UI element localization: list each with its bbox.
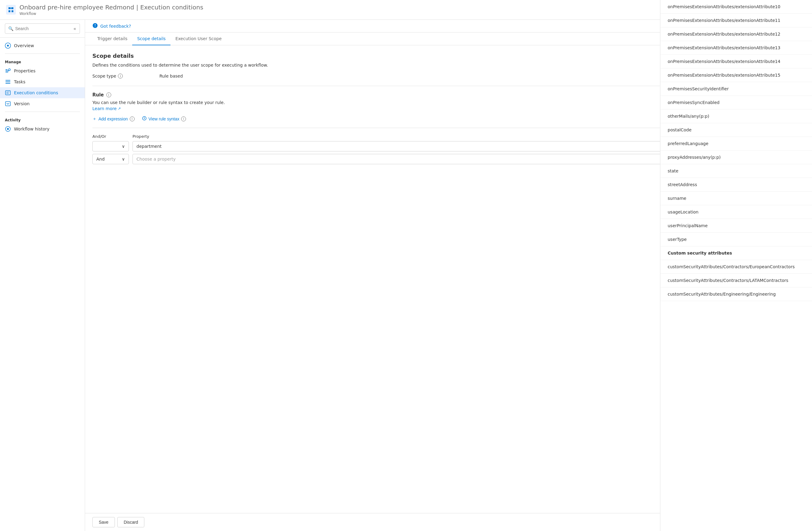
workflow-name: Onboard pre-hire employee Redmond (19, 4, 134, 11)
dropdown-item[interactable]: customSecurityAttributes/Contractors/Eur… (661, 260, 812, 274)
manage-divider (5, 54, 80, 54)
svg-rect-9 (5, 80, 10, 81)
sidebar-item-version[interactable]: Version (0, 98, 85, 109)
scope-type-label: Scope type i (92, 74, 123, 79)
andor-dropdown-2[interactable]: And ∨ (92, 154, 129, 164)
svg-rect-11 (5, 83, 10, 84)
sidebar-item-workflow-history-label: Workflow history (14, 126, 49, 131)
view-rule-syntax-button[interactable]: View rule syntax i (142, 116, 186, 122)
save-button[interactable]: Save (92, 517, 115, 527)
svg-point-15 (7, 128, 9, 130)
dropdown-item[interactable]: surname (661, 192, 812, 205)
dropdown-item[interactable]: onPremisesSecurity­Identifier (661, 82, 812, 96)
sidebar-nav: Overview Manage Properties Tasks (0, 38, 85, 531)
column-andor-header: And/Or (92, 134, 129, 139)
dropdown-item[interactable]: onPremisesExtensionAttributes/extensionA… (661, 27, 812, 41)
sidebar-item-version-label: Version (14, 101, 29, 106)
feedback-icon (92, 23, 98, 29)
dropdown-item[interactable]: state (661, 164, 812, 178)
add-expression-info-icon[interactable]: i (130, 116, 135, 121)
andor-dropdown-1-arrow: ∨ (122, 144, 125, 149)
workflow-history-icon (5, 126, 11, 132)
sidebar-item-workflow-history[interactable]: Workflow history (0, 124, 85, 135)
property-dropdown-panel: onPremisesExtensionAttributes/extensionA… (660, 0, 812, 531)
sidebar-item-execution-conditions-label: Execution conditions (14, 90, 58, 95)
tab-scope-details[interactable]: Scope details (132, 32, 171, 45)
version-icon (5, 101, 11, 107)
sidebar-item-tasks-label: Tasks (14, 79, 26, 84)
page-section: Execution conditions (140, 4, 203, 11)
search-icon: 🔍 (8, 26, 13, 31)
dropdown-item[interactable]: userType (661, 233, 812, 246)
dropdown-item[interactable]: onPremisesExtensionAttributes/extensionA… (661, 41, 812, 55)
dropdown-section-header: Custom security attributes (661, 246, 812, 260)
dropdown-item[interactable]: onPremisesExtensionAttributes/extensionA… (661, 14, 812, 27)
dropdown-item[interactable]: postalCode (661, 123, 812, 137)
dropdown-item[interactable]: otherMails/any(p:p) (661, 110, 812, 123)
svg-point-8 (9, 69, 10, 71)
scope-type-info-icon[interactable]: i (118, 74, 123, 79)
dropdown-item[interactable]: onPremisesExtensionAttributes/extensionA… (661, 0, 812, 14)
dropdown-item[interactable]: onPremisesSyncEnabled (661, 96, 812, 110)
activity-divider (5, 112, 80, 112)
dropdown-item[interactable]: streetAddress (661, 178, 812, 192)
execution-conditions-icon (5, 90, 11, 96)
sidebar-item-overview[interactable]: Overview (0, 40, 85, 51)
sidebar-item-tasks[interactable]: Tasks (0, 76, 85, 87)
tab-trigger-details[interactable]: Trigger details (92, 32, 132, 45)
search-input[interactable] (15, 26, 73, 31)
dropdown-item[interactable]: onPremisesExtensionAttributes/extensionA… (661, 68, 812, 82)
andor-dropdown-2-arrow: ∨ (122, 157, 125, 162)
sidebar-item-properties-label: Properties (14, 68, 35, 73)
sidebar-item-execution-conditions[interactable]: Execution conditions (0, 87, 85, 98)
svg-rect-0 (6, 5, 16, 15)
add-expression-button[interactable]: ＋ Add expression i (92, 116, 135, 122)
dropdown-item[interactable]: usageLocation (661, 205, 812, 219)
dropdown-item[interactable]: onPremisesExtensionAttributes/extensionA… (661, 55, 812, 68)
sidebar-search-area: 🔍 « (0, 20, 85, 38)
learn-more-link[interactable]: Learn more ↗ (92, 106, 121, 111)
dropdown-item[interactable]: userPrincipalName (661, 219, 812, 233)
view-syntax-info-icon[interactable]: i (181, 116, 186, 121)
rule-info-icon[interactable]: i (106, 93, 111, 97)
overview-icon (5, 43, 11, 48)
tab-execution-user-scope[interactable]: Execution User Scope (171, 32, 227, 45)
svg-rect-10 (5, 82, 10, 82)
dropdown-item[interactable]: proxyAddresses/any(p:p) (661, 151, 812, 164)
discard-button[interactable]: Discard (117, 517, 144, 527)
activity-section-label: Activity (0, 114, 85, 124)
rule-title: Rule (92, 92, 104, 98)
sidebar-item-overview-label: Overview (14, 43, 34, 48)
view-syntax-icon (142, 116, 147, 122)
svg-rect-6 (5, 71, 9, 71)
sidebar: 🔍 « Overview Manage (0, 20, 85, 531)
scope-type-value: Rule based (159, 74, 183, 79)
properties-icon (5, 68, 11, 74)
dropdown-item[interactable]: customSecurityAttributes/Contractors/LAT… (661, 274, 812, 288)
search-box[interactable]: 🔍 « (5, 24, 80, 34)
plus-icon: ＋ (92, 116, 97, 122)
svg-rect-5 (5, 69, 8, 70)
svg-point-4 (7, 45, 9, 46)
svg-rect-7 (5, 72, 8, 72)
tasks-icon (5, 79, 11, 85)
andor-dropdown-1[interactable]: ∨ (92, 141, 129, 152)
collapse-sidebar-button[interactable]: « (73, 26, 76, 32)
dropdown-item[interactable]: preferredLanguage (661, 137, 812, 151)
sidebar-item-properties[interactable]: Properties (0, 65, 85, 76)
svg-rect-13 (5, 101, 10, 106)
feedback-text[interactable]: Got feedback? (100, 24, 131, 29)
workflow-icon (6, 5, 16, 15)
dropdown-item[interactable]: customSecurityAttributes/Engineering/Eng… (661, 288, 812, 301)
manage-section-label: Manage (0, 56, 85, 65)
external-link-icon: ↗ (118, 107, 121, 111)
